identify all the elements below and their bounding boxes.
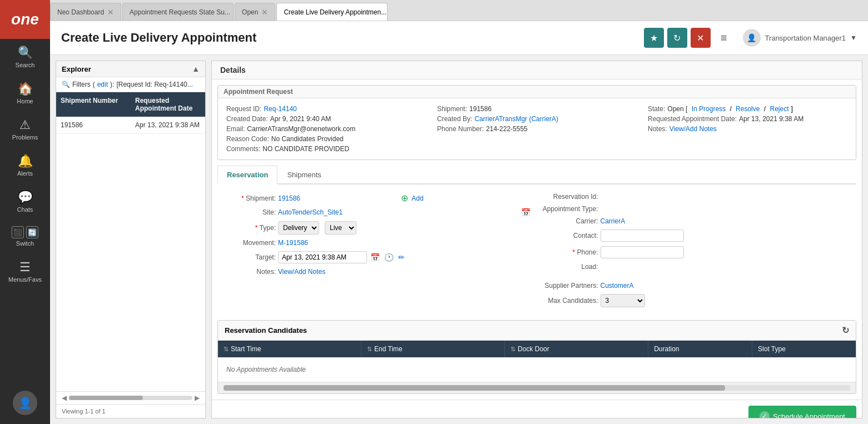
tab-appointment-requests[interactable]: Appointment Requests State Su... ✕ — [122, 3, 234, 21]
ar-request-id-value[interactable]: Req-14140 — [264, 105, 296, 113]
ar-notes-link[interactable]: View/Add Notes — [669, 125, 717, 133]
explorer-panel: Explorer ▲ 🔍 Filters (edit): [Request Id… — [56, 61, 206, 418]
tab-shipments-label: Shipments — [287, 171, 321, 179]
tab-neo-dashboard[interactable]: Neo Dashboard ✕ — [50, 3, 121, 21]
schedule-appointment-button[interactable]: ✓ Schedule Appointment — [748, 406, 856, 418]
target-clock-button[interactable]: 🕐 — [383, 253, 395, 262]
user-dropdown-arrow[interactable]: ▼ — [850, 34, 857, 42]
menu-button[interactable]: ≡ — [714, 28, 734, 48]
tab-close-neo-dashboard[interactable]: ✕ — [107, 8, 114, 17]
ar-created-date-row: Created Date: Apr 9, 2021 9:40 AM — [226, 114, 426, 124]
sidebar-item-home[interactable]: 🏠 Home — [0, 75, 50, 111]
sidebar-item-menus[interactable]: ☰ Menus/Favs — [0, 253, 50, 290]
candidates-table-header: ⇅ Start Time ⇅ End Time ⇅ Dock Door Du — [218, 341, 856, 357]
scroll-right-arrow[interactable]: ▶ — [195, 394, 200, 402]
tab-open[interactable]: Open ✕ — [235, 3, 275, 21]
sidebar-avatar[interactable]: 👤 — [13, 391, 37, 415]
ar-phone-row: Phone Number: 214-222-5555 — [437, 124, 637, 134]
form-carrier-value[interactable]: CarrierA — [601, 217, 854, 225]
ar-state-open: Open [ — [667, 105, 689, 113]
sidebar-item-switch[interactable]: ⬛ 🔄 Switch — [0, 220, 50, 253]
ar-state-reject[interactable]: Reject — [770, 105, 788, 113]
tab-label-appointment-requests: Appointment Requests State Su... — [130, 8, 230, 16]
star-button[interactable]: ★ — [644, 28, 664, 48]
form-load-label: Load: — [543, 263, 598, 271]
add-link[interactable]: Add — [411, 194, 531, 202]
type-select-delivery[interactable]: Delivery Pickup — [278, 221, 319, 235]
candidates-header: Reservation Candidates ↻ — [218, 321, 856, 341]
tab-bar: Neo Dashboard ✕ Appointment Requests Sta… — [50, 0, 868, 21]
app-logo[interactable]: one — [0, 0, 50, 39]
sidebar-item-chats[interactable]: 💬 Chats — [0, 183, 50, 220]
ar-body: Request ID: Req-14140 Created Date: Apr … — [218, 98, 856, 159]
candidates-refresh-button[interactable]: ↻ — [842, 325, 849, 336]
tab-shipments[interactable]: Shipments — [277, 166, 330, 184]
add-shipment-button[interactable]: ⊕ — [400, 193, 409, 203]
sidebar-item-alerts[interactable]: 🔔 Alerts — [0, 147, 50, 183]
max-candidates-select[interactable]: 3 5 10 — [601, 294, 645, 307]
search-icon: 🔍 — [18, 46, 33, 60]
filters-edit-link[interactable]: edit — [97, 81, 108, 88]
ar-state-label: State: — [648, 105, 665, 113]
col-slot-type: Slot Type — [752, 341, 856, 357]
scrollbar-track — [69, 396, 192, 400]
explorer-filters: 🔍 Filters (edit): [Request Id: Req-14140… — [56, 77, 205, 92]
form-site-value[interactable]: AutoTenderSch_Site1 — [278, 208, 518, 216]
header-user: 👤 Transportation Manager1 ▼ — [743, 29, 857, 47]
scrollbar-thumb — [69, 396, 143, 400]
schedule-btn-area: ✓ Schedule Appointment — [212, 400, 862, 418]
cell-date: Apr 13, 2021 9:38 AM — [131, 117, 205, 133]
form-type-row: Type: Delivery Pickup Live Drop — [220, 221, 532, 235]
col-start-time-label: Start Time — [231, 345, 261, 353]
ar-comments-row: Comments: NO CANDIDATE PROVIDED — [226, 144, 426, 154]
user-name: Transportation Manager1 — [765, 34, 846, 42]
explorer-footer: Viewing 1-1 of 1 — [56, 404, 205, 418]
contact-input[interactable] — [601, 230, 684, 242]
reservation-form: Shipment: 191586 ⊕ Add Site: AutoTenderS… — [212, 184, 862, 320]
site-calendar-button[interactable]: 📅 — [520, 208, 532, 217]
sort-icon-start: ⇅ — [224, 346, 229, 353]
ar-created-by-row: Created By: CarrierATransMgr (CarrierA) — [437, 114, 637, 124]
form-movement-value[interactable]: M-191586 — [278, 239, 532, 247]
type-select-live[interactable]: Live Drop — [325, 221, 356, 235]
form-appt-type-label: Appointment Type: — [543, 205, 598, 213]
ar-comments-value: NO CANDIDATE PROVIDED — [262, 145, 349, 153]
ar-comments-label: Comments: — [226, 145, 260, 153]
ar-phone-value: 214-222-5555 — [486, 125, 528, 133]
col-shipment-label: Shipment Number — [61, 97, 118, 104]
explorer-row[interactable]: 191586 Apr 13, 2021 9:38 AM — [56, 117, 205, 134]
refresh-button[interactable]: ↻ — [667, 28, 687, 48]
form-notes-link[interactable]: View/Add Notes — [278, 268, 532, 276]
explorer-scrollbar: ◀ ▶ — [56, 391, 205, 404]
ar-created-by-value[interactable]: CarrierATransMgr (CarrierA) — [474, 115, 558, 123]
tab-label-create-live: Create Live Delivery Appointmen... — [284, 8, 386, 16]
candidates-scrollbar — [218, 382, 856, 393]
ar-email-value: CarrierATransMgr@onenetwork.com — [247, 125, 355, 133]
ar-state-resolve[interactable]: Resolve — [736, 105, 760, 113]
sidebar-item-search[interactable]: 🔍 Search — [0, 39, 50, 75]
phone-input[interactable] — [601, 246, 684, 258]
ar-created-date-value: Apr 9, 2021 9:40 AM — [270, 115, 331, 123]
check-icon: ✓ — [760, 411, 770, 418]
form-shipment-value[interactable]: 191586 — [278, 194, 398, 202]
ar-request-id-row: Request ID: Req-14140 — [226, 104, 426, 114]
explorer-collapse-button[interactable]: ▲ — [192, 64, 200, 73]
tab-close-open[interactable]: ✕ — [261, 8, 268, 17]
scroll-left-arrow[interactable]: ◀ — [62, 394, 67, 402]
ar-reason-value: No Candidates Provided — [271, 135, 344, 143]
ar-shipment-row: Shipment: 191586 — [437, 104, 637, 114]
target-edit-button[interactable]: ✏ — [397, 253, 406, 262]
form-supplier-value[interactable]: CustomerA — [601, 282, 854, 290]
sidebar-item-problems[interactable]: ⚠ Problems — [0, 111, 50, 147]
cell-shipment: 191586 — [56, 117, 131, 133]
tab-reservation[interactable]: Reservation — [217, 166, 277, 184]
form-right-col: Reservation Id: Appointment Type: Carrie… — [543, 193, 854, 312]
target-calendar-button[interactable]: 📅 — [369, 253, 381, 262]
col-start-time: ⇅ Start Time — [218, 341, 361, 357]
target-date-input[interactable] — [278, 251, 367, 263]
appointment-request: Appointment Request Request ID: Req-1414… — [217, 85, 856, 160]
tab-create-live[interactable]: Create Live Delivery Appointmen... ✕ — [276, 3, 388, 21]
close-button[interactable]: ✕ — [691, 28, 711, 48]
ar-notes-label: Notes: — [648, 125, 667, 133]
ar-state-in-progress[interactable]: In Progress — [692, 105, 726, 113]
